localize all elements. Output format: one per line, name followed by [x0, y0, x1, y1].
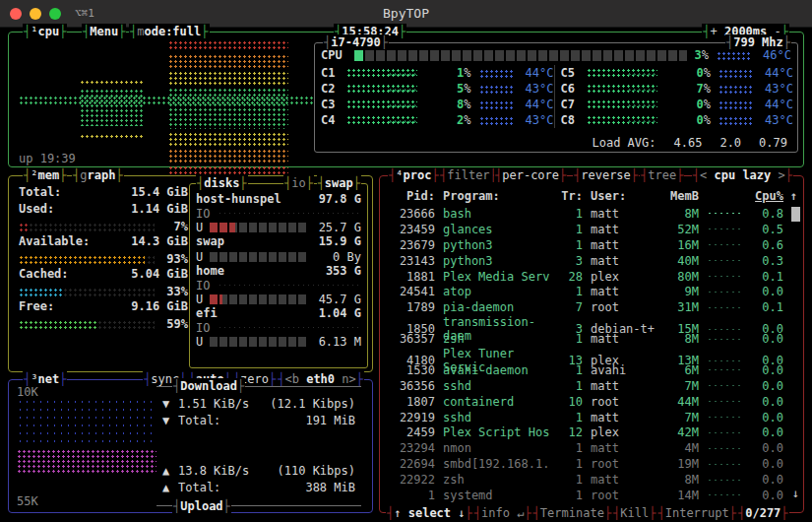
- mem-stat: Cached: 5.04 GiB 33%: [19, 267, 188, 299]
- tab-mem[interactable]: ²mem: [23, 167, 67, 183]
- mode-toggle[interactable]: mode:full: [129, 24, 210, 39]
- net-interface-selector[interactable]: <b eth0 n>: [277, 371, 364, 387]
- disk-used-row: U 6.13 M: [196, 334, 361, 349]
- sort-next-icon[interactable]: >: [779, 168, 785, 182]
- process-row[interactable]: 36356 sshd 1 matt 7M 0.0: [388, 378, 797, 394]
- core-temp-graph: [479, 116, 513, 125]
- core-usage-graph: [587, 115, 657, 125]
- process-cpu-graph: [707, 398, 744, 405]
- process-row[interactable]: 23143 python3 3 matt 40M 0.3: [388, 253, 797, 269]
- net-stats-panel: Download ▼ 1.51 KiB/s(12.1 Kibps) ▼ Tota…: [156, 386, 361, 506]
- sort-direction-icon[interactable]: ↑: [783, 189, 797, 203]
- process-row[interactable]: 1807 containerd 10 root 44M 0.0: [388, 394, 797, 410]
- cpu-usage-graph: [19, 40, 314, 161]
- terminate-button[interactable]: Terminate: [532, 505, 613, 521]
- disk-entry: efi 1.04 G IO U 6.13 M: [196, 306, 361, 349]
- mem-meter: 59%: [19, 316, 188, 332]
- mem-meter: 7%: [19, 219, 188, 234]
- disk-used-bar: [210, 337, 308, 347]
- disk-io-row: IO: [196, 207, 361, 220]
- window-title: BpyTOP: [0, 6, 812, 21]
- process-row[interactable]: 4180 Plex Tuner Servic 13 plex 13M 0.0: [388, 347, 797, 362]
- upload-total-row: ▲ Total:388 MiB: [162, 479, 355, 495]
- upload-speed-row: ▲ 13.8 KiB/s(110 Kibps): [162, 462, 355, 479]
- tab-disks[interactable]: disks: [196, 175, 248, 191]
- proc-tree-toggle[interactable]: tree: [640, 167, 684, 183]
- info-button[interactable]: info ↵: [473, 505, 532, 521]
- proc-footer-bar: ↑ select ↓ info ↵ Terminate Kill Interru…: [386, 505, 789, 521]
- process-row[interactable]: 22919 sshd 1 matt 7M 0.0: [388, 410, 797, 425]
- proc-filter-toggle[interactable]: filter: [439, 167, 498, 183]
- uptime-label: up 19:39: [19, 152, 76, 165]
- process-cpu-graph: [707, 257, 744, 264]
- select-control[interactable]: ↑ select ↓: [386, 505, 473, 521]
- proc-sort-selector[interactable]: < cpu lazy >: [692, 167, 793, 183]
- process-row[interactable]: 22922 zsh 1 matt 8M 0.0: [388, 472, 797, 488]
- process-cpu-graph: [707, 336, 744, 343]
- process-row[interactable]: 1 systemd 1 root 14M 0.0: [388, 488, 797, 503]
- tab-cpu[interactable]: ¹cpu: [23, 24, 67, 39]
- process-row[interactable]: 23459 glances 1 matt 52M 0.5: [388, 222, 797, 237]
- core-usage-graph: [346, 99, 417, 109]
- process-row[interactable]: 1530 avahi-daemon 1 avahi 6M 0.0: [388, 362, 797, 378]
- process-cpu-graph: [707, 491, 744, 498]
- download-speed-row: ▼ 1.51 KiB/s(12.1 Kibps): [162, 395, 355, 412]
- core-temp-graph: [479, 69, 513, 78]
- process-cpu-graph: [707, 289, 744, 295]
- mem-meter: 93%: [19, 251, 188, 267]
- sort-column-cpu[interactable]: Cpu%: [746, 189, 783, 203]
- process-row[interactable]: 1850 transmission-daem 3 debian-t+ 15M 0…: [388, 315, 797, 331]
- process-row[interactable]: 2459 Plex Script Hos 12 plex 42M 0.0: [388, 424, 797, 440]
- process-row[interactable]: 1881 Plex Media Serv 28 plex 80M 0.1: [388, 269, 797, 285]
- net-box: ³net sync auto zero <b eth0 n> 10K 55K D…: [8, 379, 373, 513]
- process-cpu-graph: [707, 226, 744, 232]
- proc-percore-toggle[interactable]: per-core: [494, 167, 567, 183]
- process-row[interactable]: 24541 atop 1 matt 9M 0.0: [388, 284, 797, 299]
- core-usage-graph: [587, 84, 657, 94]
- menu-button[interactable]: Menu: [82, 24, 126, 39]
- net-upload-graph: [17, 449, 159, 473]
- mem-stat: Used: 1.14 GiB 7%: [19, 202, 188, 234]
- disks-swap-toggle[interactable]: swap: [317, 175, 361, 191]
- process-row[interactable]: 36357 zsh 1 matt 8M 0.0: [388, 331, 797, 347]
- disk-io-row: IO: [196, 321, 361, 334]
- proc-box: ⁴proc filter per-core reverse tree < cpu…: [379, 175, 804, 513]
- disks-io-toggle[interactable]: io: [283, 175, 314, 191]
- mem-stat: Total: 15.4 GiB: [19, 185, 188, 202]
- core-usage-graph: [587, 99, 657, 109]
- mem-stat: Available: 14.3 GiB 93%: [19, 234, 188, 267]
- mem-graph-toggle[interactable]: graph: [72, 167, 124, 183]
- core-temp-graph: [718, 85, 752, 94]
- tab-proc[interactable]: ⁴proc: [388, 167, 440, 183]
- mem-box: ²mem graph Total: 15.4 GiB Used: 1.14 Gi…: [8, 175, 373, 372]
- process-row[interactable]: 23294 nmon 1 matt 4M 0.0: [388, 440, 797, 456]
- download-arrow-icon: ▼: [162, 397, 178, 411]
- process-cpu-graph: [707, 210, 744, 217]
- process-row[interactable]: 23666 bash 1 matt 8M 0.8: [388, 206, 797, 222]
- cpu-core-row: C2 5% 43°C: [321, 81, 554, 97]
- process-row[interactable]: 22694 smbd[192.168.1. 1 root 19M 0.0: [388, 456, 797, 472]
- process-cpu-graph: [707, 477, 744, 484]
- upload-arrow-icon: ▲: [162, 481, 178, 494]
- disks-subbox: disks io swap host-hunspel 97.8 G IO U 2…: [189, 183, 368, 368]
- process-cpu-graph: [707, 366, 744, 373]
- interrupt-button[interactable]: Interrupt: [656, 505, 737, 521]
- net-upload-scale: 55K: [17, 494, 38, 508]
- mem-meter: 33%: [19, 284, 188, 299]
- process-row[interactable]: 1789 pia-daemon 7 root 31M 0.1: [388, 299, 797, 315]
- process-cpu-graph: [707, 273, 744, 280]
- kill-button[interactable]: Kill: [612, 505, 656, 521]
- proc-scrollbar-thumb[interactable]: [791, 207, 800, 222]
- interval-increase-icon[interactable]: +: [710, 25, 717, 38]
- scroll-down-icon[interactable]: ↓: [792, 487, 799, 500]
- disk-entry: home 353 G IO U 45.7 G: [196, 264, 361, 306]
- cpu-temp-graph: [717, 51, 750, 60]
- process-row[interactable]: 23679 python3 1 matt 16M 0.6: [388, 237, 797, 253]
- cpu-core-row: C3 8% 44°C: [321, 97, 554, 112]
- proc-reverse-toggle[interactable]: reverse: [573, 167, 639, 183]
- sort-prev-icon[interactable]: <: [700, 168, 707, 182]
- load-average: Load AVG:4.652.00.79: [592, 136, 787, 150]
- core-temp-graph: [479, 85, 513, 94]
- process-cpu-graph: [707, 414, 744, 421]
- cpu-total-bar: [354, 50, 687, 61]
